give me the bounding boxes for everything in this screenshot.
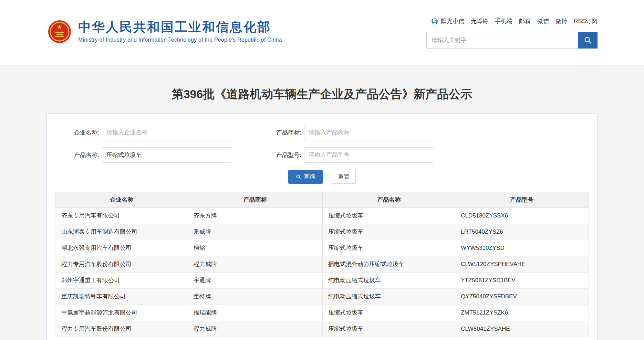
cell-brand: 程力威牌: [188, 321, 322, 337]
cell-product: 压缩式垃圾车: [323, 240, 455, 256]
cell-model: QYZ5040ZYSFDBEV: [455, 288, 589, 305]
site-subtitle: Ministry of Industry and Information Tec…: [78, 37, 282, 43]
query-form: 企业名称: 产品商标: 产品名称: 产品型号:: [47, 114, 597, 184]
cell-brand: 齐东方牌: [188, 208, 322, 224]
cell-product: 压缩式垃圾车: [323, 321, 455, 337]
cell-product: 压缩式垃圾车: [323, 224, 455, 240]
cell-company: 重庆凯瑞特种车有限公司: [56, 288, 188, 305]
nav-item-accessibility[interactable]: 无障碍: [471, 17, 488, 25]
brand: 中华人民共和国工业和信息化部 Ministry of Industry and …: [48, 20, 282, 43]
product-name-input[interactable]: [102, 147, 231, 163]
company-name-label: 企业名称:: [47, 129, 102, 137]
results-table: 企业名称 产品商标 产品名称 产品型号 齐东专用汽车有限公司 齐东方牌 压缩式垃…: [55, 192, 589, 337]
cell-company: 齐东专用汽车有限公司: [56, 208, 188, 224]
cell-model: ZMT5121ZYSZK6: [455, 305, 589, 321]
site-search: [426, 32, 598, 49]
cell-product: 纯电动压缩式垃圾车: [323, 288, 455, 305]
form-row-1: 企业名称: 产品商标:: [47, 125, 597, 140]
cell-company: 湖北永强专用汽车有限公司: [56, 240, 188, 256]
cell-brand: 程力威牌: [188, 256, 322, 272]
page-title: 第396批《道路机动车辆生产企业及产品公告》新产品公示: [0, 87, 644, 101]
cell-model: CLD5180ZYSSX6: [455, 208, 589, 224]
nav-item-rss[interactable]: RSS订阅: [574, 17, 598, 25]
table-row: 重庆凯瑞特种车有限公司 重特牌 纯电动压缩式垃圾车 QYZ5040ZYSFDBE…: [56, 288, 589, 305]
header-right: 阳光小信 无障碍 手机端 邮箱 微信 微博 RSS订阅: [426, 17, 598, 49]
cell-model: LRT5040ZYSZ6: [455, 224, 589, 240]
table-row: 齐东专用汽车有限公司 齐东方牌 压缩式垃圾车 CLD5180ZYSSX6: [56, 208, 589, 224]
cell-company: 中氢寰宇新能源河北有限公司: [56, 305, 188, 321]
cell-product: 压缩式垃圾车: [323, 208, 455, 224]
nav-item-sunshine[interactable]: 阳光小信: [441, 17, 464, 25]
field-product-brand: 产品商标:: [249, 125, 433, 140]
cell-brand: 柯铭: [188, 240, 322, 256]
site-title: 中华人民共和国工业和信息化部: [78, 20, 282, 34]
field-product-name: 产品名称:: [47, 147, 231, 163]
table-row: 程力专用汽车股份有限公司 程力威牌 插电式混合动力压缩式垃圾车 CLW5120Z…: [56, 256, 589, 272]
cell-model: WYW5310ZYSD: [455, 240, 589, 256]
cell-company: 郑州宇通重工有限公司: [56, 272, 188, 288]
national-emblem-logo: [48, 20, 71, 43]
site-search-input[interactable]: [426, 32, 578, 49]
cell-brand: 重特牌: [188, 288, 322, 305]
query-button[interactable]: 查询: [288, 170, 323, 184]
cell-brand: 乘威牌: [188, 224, 322, 240]
cell-model: CLW5041ZYSAHE: [455, 321, 589, 337]
product-model-input[interactable]: [304, 147, 433, 163]
cell-company: 程力专用汽车股份有限公司: [56, 321, 188, 337]
product-brand-input[interactable]: [304, 125, 433, 140]
table-row: 中氢寰宇新能源河北有限公司 福瑞能牌 压缩式垃圾车 ZMT5121ZYSZK6: [56, 305, 589, 321]
site-search-button[interactable]: [578, 32, 598, 49]
site-header: 中华人民共和国工业和信息化部 Ministry of Industry and …: [0, 0, 644, 66]
brand-text: 中华人民共和国工业和信息化部 Ministry of Industry and …: [78, 20, 282, 43]
cell-company: 程力专用汽车股份有限公司: [56, 256, 188, 272]
cell-brand: 福瑞能牌: [188, 305, 322, 321]
nav-item-weibo[interactable]: 微博: [555, 17, 567, 25]
cell-product: 插电式混合动力压缩式垃圾车: [323, 256, 455, 272]
query-panel: 企业名称: 产品商标: 产品名称: 产品型号:: [46, 114, 598, 340]
nav-item-wechat[interactable]: 微信: [537, 17, 549, 25]
table-row: 郑州宇通重工有限公司 宇通牌 纯电动压缩式垃圾车 YTZ5081ZYSD1BEV: [56, 272, 589, 288]
cell-product: 纯电动压缩式垃圾车: [323, 272, 455, 288]
column-header-brand: 产品商标: [188, 192, 322, 208]
search-icon: [584, 36, 592, 44]
column-header-model: 产品型号: [455, 192, 589, 208]
field-product-model: 产品型号:: [249, 147, 433, 163]
table-row: 山东润泰专用车制造有限公司 乘威牌 压缩式垃圾车 LRT5040ZYSZ6: [56, 224, 589, 240]
field-company-name: 企业名称:: [47, 125, 231, 140]
company-name-input[interactable]: [102, 125, 231, 140]
product-model-label: 产品型号:: [249, 151, 304, 159]
reset-button[interactable]: 重置: [332, 170, 356, 184]
nav-item-mail[interactable]: 邮箱: [519, 17, 531, 25]
column-header-product: 产品名称: [323, 192, 455, 208]
table-header-row: 企业名称 产品商标 产品名称 产品型号: [56, 192, 589, 208]
query-button-label: 查询: [304, 173, 315, 181]
cell-company: 山东润泰专用车制造有限公司: [56, 224, 188, 240]
cell-product: 压缩式垃圾车: [323, 305, 455, 321]
product-name-label: 产品名称:: [47, 151, 102, 159]
mascot-icon[interactable]: [431, 18, 438, 25]
table-row: 湖北永强专用汽车有限公司 柯铭 压缩式垃圾车 WYW5310ZYSD: [56, 240, 589, 256]
cell-model: YTZ5081ZYSD1BEV: [455, 272, 589, 288]
cell-model: CLW5120ZYSPHEVAHE: [455, 256, 589, 272]
form-row-2: 产品名称: 产品型号:: [47, 147, 597, 163]
table-row: 程力专用汽车股份有限公司 程力威牌 压缩式垃圾车 CLW5041ZYSAHE: [56, 321, 589, 337]
top-nav: 阳光小信 无障碍 手机端 邮箱 微信 微博 RSS订阅: [426, 17, 598, 25]
query-search-icon: [296, 174, 301, 180]
cell-brand: 宇通牌: [188, 272, 322, 288]
product-brand-label: 产品商标:: [249, 129, 304, 137]
main-content: 第396批《道路机动车辆生产企业及产品公告》新产品公示 企业名称: 产品商标: …: [0, 87, 644, 340]
form-buttons: 查询 重置: [47, 170, 597, 184]
nav-item-mobile[interactable]: 手机端: [495, 17, 512, 25]
column-header-company: 企业名称: [56, 192, 188, 208]
